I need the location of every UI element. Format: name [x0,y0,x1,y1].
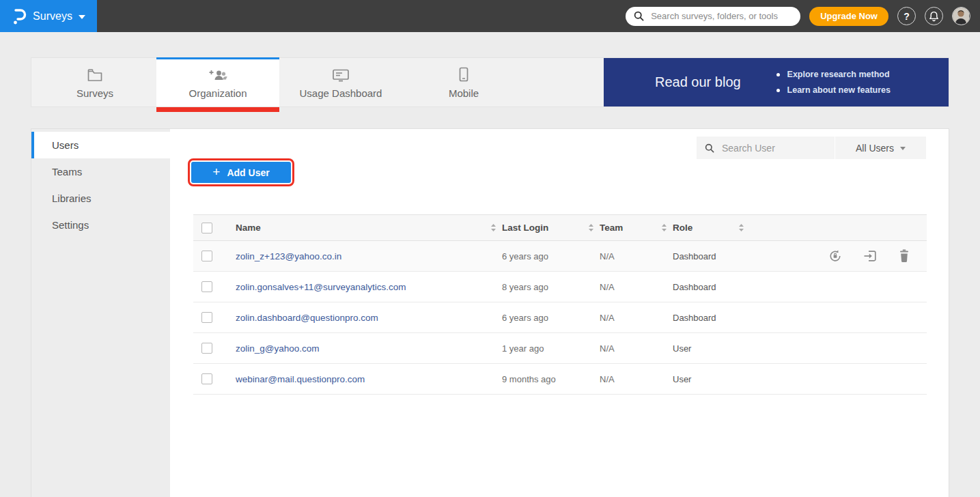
row-checkbox-cell [193,312,236,323]
user-email-link[interactable]: zolin_g@yahoo.com [236,343,320,354]
help-button[interactable]: ? [897,7,916,25]
header-team: Team [600,223,673,233]
header-checkbox-cell [193,223,236,233]
header-name: Name [236,223,502,233]
header-role: Role [673,223,750,233]
add-user-button[interactable]: + Add User [191,162,291,183]
global-search[interactable] [626,7,800,26]
sort-icon[interactable] [490,223,496,232]
add-user-label: Add User [227,167,269,178]
bullet-dot-icon [776,89,780,92]
upgrade-now-button[interactable]: Upgrade Now [809,7,888,26]
banner-bullet: Learn about new features [776,85,891,95]
sort-icon[interactable] [588,223,594,232]
login-as-user-icon[interactable] [863,248,878,264]
row-checkbox-cell [193,373,236,384]
search-user-input[interactable] [720,142,847,154]
row-checkbox-cell [193,281,236,292]
last-login-cell: 8 years ago [502,282,600,292]
team-cell: N/A [600,374,673,384]
red-highlight-underline [156,107,279,112]
tab-mobile[interactable]: Mobile [402,58,525,106]
sidebar-item-settings[interactable]: Settings [31,212,170,238]
user-name-cell: zolin_z+123@yahoo.co.in [236,251,502,261]
row-checkbox[interactable] [201,343,212,354]
select-all-checkbox[interactable] [201,223,212,233]
user-name-cell: webinar@mail.questionpro.com [236,374,502,384]
role-cell: Dashboard [673,251,750,261]
team-cell: N/A [600,313,673,323]
tab-surveys[interactable]: Surveys [33,58,156,106]
user-email-link[interactable]: zolin_z+123@yahoo.co.in [236,251,341,261]
row-checkbox[interactable] [201,373,212,384]
last-login-cell: 9 months ago [502,374,600,384]
table-row: zolin_g@yahoo.com 1 year ago N/A User [193,333,927,364]
chevron-down-icon [900,147,906,150]
role-cell: Dashboard [673,282,750,292]
table-row: zolin.dashboard@questionpro.com 6 years … [193,302,927,333]
row-checkbox-cell [193,343,236,354]
user-filter-value: All Users [856,143,894,154]
sidebar-item-teams[interactable]: Teams [31,158,170,185]
sort-icon[interactable] [738,223,744,232]
row-actions [750,248,927,264]
row-checkbox[interactable] [201,281,212,292]
user-filter-dropdown[interactable]: All Users [835,137,926,159]
sort-icon[interactable] [661,223,667,232]
reset-password-icon[interactable] [828,248,843,264]
team-cell: N/A [600,282,673,292]
users-table: Name Last Login Team [193,214,927,395]
bell-icon [929,11,939,22]
chevron-down-icon [79,15,85,19]
table-header-row: Name Last Login Team [193,214,927,241]
tab-label: Organization [188,87,247,99]
table-row: zolin.gonsalves+11@surveyanalytics.com 8… [193,272,927,302]
tab-label: Mobile [449,87,479,99]
tab-label: Surveys [76,87,113,99]
last-login-cell: 6 years ago [502,313,600,323]
sidebar-item-libraries[interactable]: Libraries [31,185,170,212]
user-avatar[interactable] [952,7,970,25]
bullet-dot-icon [776,73,780,76]
role-cell: User [673,343,750,354]
tab-organization[interactable]: Organization [156,58,279,106]
org-sidebar: Users Teams Libraries Settings [31,129,170,497]
blog-banner[interactable]: Read our blog Explore research method Le… [604,58,949,106]
user-name-cell: zolin_g@yahoo.com [236,343,502,354]
global-search-input[interactable] [649,10,792,22]
sidebar-item-users[interactable]: Users [31,132,170,158]
delete-icon[interactable] [897,248,911,264]
notifications-button[interactable] [925,7,943,25]
last-login-cell: 1 year ago [502,343,600,354]
tab-label: Usage Dashboard [300,87,382,99]
last-login-cell: 6 years ago [502,251,600,261]
row-checkbox[interactable] [201,312,212,323]
team-cell: N/A [600,251,673,261]
mobile-icon [459,66,468,82]
role-cell: Dashboard [673,313,750,323]
questionpro-logo-icon [12,8,27,25]
plus-icon: + [212,165,220,178]
app-menu[interactable]: Surveys [0,0,97,32]
user-email-link[interactable]: zolin.gonsalves+11@surveyanalytics.com [236,282,406,292]
topbar: Surveys Upgrade Now ? [0,0,980,32]
role-cell: User [673,374,750,384]
app-menu-label: Surveys [33,10,72,23]
search-icon [705,143,714,153]
search-user-box[interactable] [697,137,835,159]
banner-bullet: Explore research method [776,70,891,79]
user-name-cell: zolin.gonsalves+11@surveyanalytics.com [236,282,502,292]
row-checkbox-cell [193,251,236,261]
user-email-link[interactable]: zolin.dashboard@questionpro.com [236,313,378,323]
organization-panel: Users Teams Libraries Settings All Users [31,128,949,497]
tab-usage-dashboard[interactable]: Usage Dashboard [279,58,402,106]
module-tabstrip: Surveys Organization [31,57,949,107]
table-row: webinar@mail.questionpro.com 9 months ag… [193,364,927,395]
banner-bullet-list: Explore research method Learn about new … [776,70,891,95]
user-email-link[interactable]: webinar@mail.questionpro.com [236,374,365,384]
row-checkbox[interactable] [201,251,212,261]
user-name-cell: zolin.dashboard@questionpro.com [236,313,502,323]
banner-title: Read our blog [655,74,741,90]
team-cell: N/A [600,343,673,354]
header-last-login: Last Login [502,223,600,233]
